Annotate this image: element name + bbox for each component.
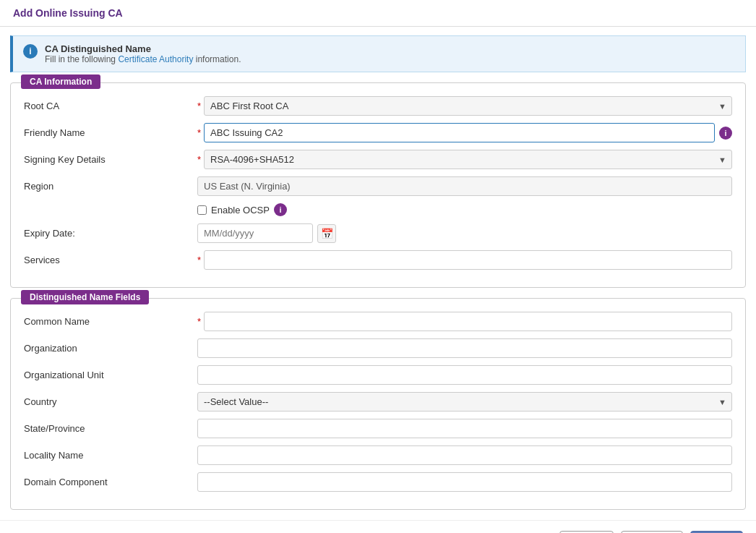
- friendly-name-input[interactable]: ABC Issuing CA2: [204, 123, 715, 142]
- signing-key-select[interactable]: RSA-4096+SHA512: [204, 150, 732, 169]
- certificate-authority-link[interactable]: Certificate Authority: [118, 54, 193, 64]
- region-input: US East (N. Virginia): [197, 176, 732, 196]
- root-ca-row: Root CA * ABC First Root CA ▼: [24, 96, 732, 116]
- expiry-date-wrap: 📅: [197, 223, 336, 243]
- organizational-unit-row: Organizational Unit: [24, 365, 732, 385]
- expiry-date-label: Expiry Date:: [24, 228, 197, 239]
- domain-component-input[interactable]: [197, 472, 732, 492]
- services-input[interactable]: [204, 250, 732, 270]
- common-name-label: Common Name: [24, 316, 197, 327]
- signing-key-label: Signing Key Details: [24, 154, 197, 165]
- signing-key-row: Signing Key Details * RSA-4096+SHA512 ▼: [24, 150, 732, 169]
- services-required: *: [197, 255, 201, 265]
- expiry-date-input[interactable]: [197, 223, 313, 243]
- expiry-date-row: Expiry Date: 📅: [24, 223, 732, 243]
- info-icon: i: [23, 44, 38, 59]
- enable-ocsp-row: Enable OCSP i: [24, 203, 732, 216]
- enable-ocsp-checkbox[interactable]: [197, 205, 207, 215]
- distinguished-name-label: Distinguished Name Fields: [21, 290, 149, 304]
- friendly-name-info-icon[interactable]: i: [719, 127, 732, 140]
- friendly-name-required: *: [197, 127, 201, 138]
- enable-ocsp-label: Enable OCSP: [211, 205, 270, 216]
- root-ca-select-wrap: ABC First Root CA ▼: [204, 96, 732, 116]
- state-province-label: State/Province: [24, 423, 197, 434]
- root-ca-label: Root CA: [24, 101, 197, 111]
- organization-input[interactable]: [197, 338, 732, 358]
- ca-information-label: CA Information: [21, 74, 100, 89]
- common-name-required: *: [197, 316, 201, 327]
- organization-label: Organization: [24, 343, 197, 354]
- locality-name-input[interactable]: [197, 445, 732, 465]
- footer-buttons: Back Cancel Next: [0, 520, 756, 533]
- region-row: Region US East (N. Virginia): [24, 176, 732, 196]
- country-label: Country: [24, 396, 197, 407]
- services-row: Services *: [24, 250, 732, 270]
- root-ca-select[interactable]: ABC First Root CA: [204, 96, 732, 116]
- country-select-wrap: --Select Value-- ▼: [197, 392, 732, 412]
- common-name-row: Common Name *: [24, 312, 732, 331]
- calendar-icon[interactable]: 📅: [317, 224, 336, 243]
- enable-ocsp-info-icon[interactable]: i: [274, 203, 287, 216]
- domain-component-row: Domain Component: [24, 472, 732, 492]
- region-label: Region: [24, 181, 197, 192]
- country-select[interactable]: --Select Value--: [197, 392, 732, 412]
- banner-subtitle: Fill in the following Certificate Author…: [45, 54, 241, 64]
- domain-component-label: Domain Component: [24, 477, 197, 487]
- state-province-row: State/Province: [24, 419, 732, 438]
- organizational-unit-input[interactable]: [197, 365, 732, 385]
- state-province-input[interactable]: [197, 419, 732, 438]
- ca-information-section: CA Information Root CA * ABC First Root …: [10, 82, 746, 288]
- page-title: Add Online Issuing CA: [0, 0, 756, 27]
- info-banner: i CA Distinguished Name Fill in the foll…: [10, 35, 746, 72]
- country-row: Country --Select Value-- ▼: [24, 392, 732, 412]
- root-ca-required: *: [197, 101, 201, 111]
- organizational-unit-label: Organizational Unit: [24, 370, 197, 380]
- distinguished-name-section: Distinguished Name Fields Common Name * …: [10, 298, 746, 510]
- locality-name-row: Locality Name: [24, 445, 732, 465]
- friendly-name-row: Friendly Name * ABC Issuing CA2 i: [24, 123, 732, 142]
- common-name-input[interactable]: [204, 312, 732, 331]
- signing-key-required: *: [197, 154, 201, 165]
- services-label: Services: [24, 255, 197, 265]
- banner-title: CA Distinguished Name: [45, 43, 241, 54]
- signing-key-select-wrap: RSA-4096+SHA512 ▼: [204, 150, 732, 169]
- locality-name-label: Locality Name: [24, 450, 197, 461]
- organization-row: Organization: [24, 338, 732, 358]
- friendly-name-label: Friendly Name: [24, 127, 197, 138]
